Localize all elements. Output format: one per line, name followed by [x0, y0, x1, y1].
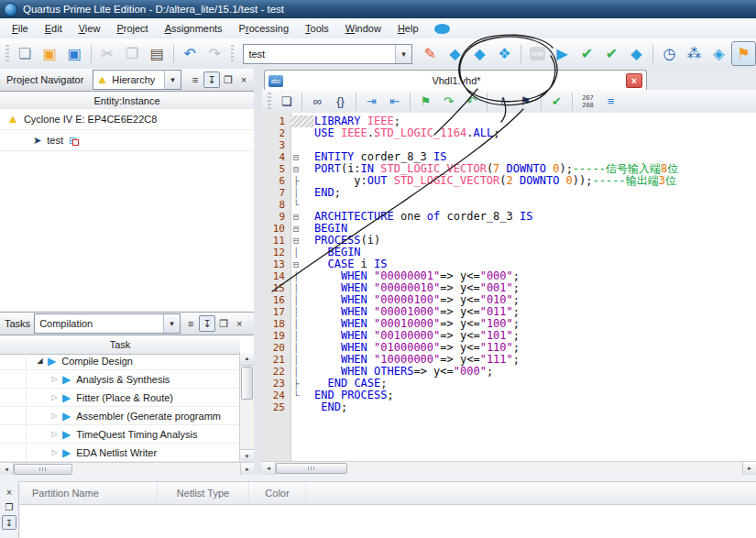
menu-assignments[interactable]: Assignments: [157, 20, 231, 37]
task-row[interactable]: ◢▶Compile Design: [0, 352, 240, 370]
expander-closed-icon[interactable]: ▷: [49, 430, 60, 438]
panel-pin-icon[interactable]: ↧: [2, 515, 16, 530]
undo-button[interactable]: ↶: [178, 41, 203, 66]
panel-splitter[interactable]: [254, 69, 262, 475]
panel-pin-icon[interactable]: ↧: [203, 71, 220, 88]
copy-button[interactable]: ❐: [120, 41, 145, 66]
cut-button[interactable]: ✂: [95, 41, 120, 66]
menu-edit[interactable]: Edit: [37, 20, 71, 37]
scroll-up-icon[interactable]: ▴: [240, 352, 254, 366]
panel-float-icon[interactable]: ❐: [216, 316, 231, 331]
hierarchy-tree[interactable]: ▲Cyclone IV E: EP4CE6E22C8➤test⊞: [0, 109, 254, 312]
panel-close-icon[interactable]: ×: [236, 72, 251, 87]
scroll-left-icon[interactable]: ◂: [0, 463, 14, 476]
unindent-button[interactable]: ⇤: [383, 91, 406, 113]
find-button[interactable]: ∞: [306, 91, 329, 113]
panel-menu-icon[interactable]: ≡: [183, 316, 198, 331]
timequest-timing-analyzer-button[interactable]: ◷: [657, 41, 682, 66]
expander-closed-icon[interactable]: ▷: [49, 393, 60, 401]
open-file-button[interactable]: ▣: [38, 41, 62, 66]
analyze-current-file-button[interactable]: ✔: [545, 91, 568, 113]
swap-window-button[interactable]: ❏: [275, 91, 298, 113]
qsys-button[interactable]: ⚑: [731, 41, 756, 66]
code-segment: WHEN: [341, 317, 367, 330]
combo-arrow-icon[interactable]: ▾: [164, 71, 181, 89]
menu-tools[interactable]: Tools: [297, 20, 337, 37]
task-list[interactable]: ◢▶Compile Design▷▶Analysis & Synthesis▷▶…: [0, 352, 240, 463]
attach-file-button[interactable]: ℓ: [491, 91, 514, 113]
line-number: 8: [262, 199, 290, 211]
code-segment: END: [327, 377, 347, 390]
find-replace-button[interactable]: {}: [329, 91, 352, 113]
menu-processing[interactable]: Processing: [231, 20, 297, 37]
project-combo-value: test: [244, 49, 395, 60]
design-space-explorer-button[interactable]: ◈: [707, 41, 731, 66]
scroll-down-icon[interactable]: ▾: [240, 449, 254, 463]
panel-float-icon[interactable]: ❐: [221, 72, 236, 87]
task-row[interactable]: ▷▶Fitter (Place & Route): [0, 389, 240, 407]
combo-arrow-icon[interactable]: ▾: [395, 45, 411, 63]
tree-item[interactable]: ➤test⊞: [0, 130, 254, 151]
tasks-flow-combo[interactable]: Compilation ▾: [34, 313, 181, 334]
task-row[interactable]: ▷▶Analysis & Synthesis: [0, 370, 240, 389]
menu-view[interactable]: View: [71, 20, 109, 37]
panel-close-icon[interactable]: ×: [3, 486, 16, 499]
scroll-left-icon[interactable]: ◂: [262, 462, 276, 475]
toggle-bookmark-button[interactable]: ⚑: [414, 91, 437, 113]
code-editing-area[interactable]: 1LIBRARY IEEE;2USE IEEE.STD_LOGIC_1164.A…: [262, 113, 756, 462]
code-segment: i: [354, 258, 374, 270]
device-warning-icon: ▲: [7, 113, 18, 126]
scrollbar-thumb[interactable]: [14, 464, 72, 475]
rtl-viewer-button[interactable]: ⁂: [682, 41, 707, 66]
tree-item[interactable]: ▲Cyclone IV E: EP4CE6E22C8: [0, 109, 254, 130]
start-analysis-synthesis-button[interactable]: ✔: [575, 41, 599, 66]
task-row[interactable]: ▷▶TimeQuest Timing Analysis: [0, 425, 240, 444]
tasks-vertical-scrollbar[interactable]: ▴ ▾: [239, 352, 254, 463]
tab-title: Vhdl1.vhd*: [287, 75, 626, 86]
scrollbar-thumb[interactable]: [241, 367, 253, 400]
expander-open-icon[interactable]: ◢: [35, 357, 45, 365]
panel-pin-icon[interactable]: ↧: [199, 315, 215, 332]
scroll-right-icon[interactable]: ▸: [742, 462, 756, 475]
save-button[interactable]: ▣: [62, 41, 87, 66]
pin-planner-button[interactable]: ◆: [467, 41, 492, 66]
text-style-button[interactable]: ≡: [599, 91, 622, 113]
project-combo[interactable]: test ▾: [243, 44, 412, 64]
banner-flag-button[interactable]: ⚑: [514, 91, 537, 113]
line-numbers-toggle[interactable]: 267268: [576, 91, 599, 113]
start-io-assignment-analysis-button[interactable]: ✔: [599, 41, 624, 66]
assignment-editor-button[interactable]: ◆: [443, 41, 467, 66]
scroll-right-icon[interactable]: ▸: [240, 463, 254, 476]
new-file-button[interactable]: ❏: [13, 41, 38, 66]
indent-button[interactable]: ⇥: [360, 91, 383, 113]
panel-float-icon[interactable]: ❐: [3, 500, 16, 513]
menu-file[interactable]: File: [4, 20, 37, 37]
menu-help[interactable]: Help: [389, 20, 427, 37]
menu-window[interactable]: Window: [337, 20, 389, 37]
panel-menu-icon[interactable]: ≡: [188, 72, 203, 87]
expander-closed-icon[interactable]: ▷: [49, 375, 60, 383]
tab-close-icon[interactable]: ×: [626, 73, 642, 88]
new-assignment-button[interactable]: ✎: [418, 41, 443, 66]
scrollbar-thumb[interactable]: [276, 463, 347, 474]
menu-project[interactable]: Project: [108, 20, 156, 37]
task-row[interactable]: ▷▶EDA Netlist Writer: [0, 444, 240, 462]
combo-arrow-icon[interactable]: ▾: [163, 314, 180, 333]
start-compilation-button[interactable]: ▶: [550, 41, 575, 66]
tab-vhdl1[interactable]: abc Vhdl1.vhd* ×: [264, 70, 647, 91]
expander-closed-icon[interactable]: ▷: [49, 412, 60, 420]
next-bookmark-button[interactable]: ↷: [437, 91, 460, 113]
panel-close-icon[interactable]: ×: [232, 316, 247, 331]
redo-button[interactable]: ↷: [203, 41, 227, 66]
program-device-button[interactable]: ◆: [624, 41, 649, 66]
code-segment: ;: [388, 389, 394, 401]
tasks-horizontal-scrollbar[interactable]: ◂ ▸: [0, 462, 254, 476]
chip-planner-button[interactable]: ❖: [492, 41, 517, 66]
task-row[interactable]: ▷▶Assembler (Generate programm: [0, 407, 240, 425]
expander-closed-icon[interactable]: ▷: [49, 448, 60, 456]
prev-bookmark-button[interactable]: ↶: [460, 91, 483, 113]
editor-horizontal-scrollbar[interactable]: ◂ ▸: [262, 461, 756, 475]
navigator-view-combo[interactable]: ▲ Hierarchy ▾: [93, 70, 181, 90]
stop-button[interactable]: STOP: [525, 41, 550, 66]
paste-button[interactable]: ▤: [145, 41, 170, 66]
